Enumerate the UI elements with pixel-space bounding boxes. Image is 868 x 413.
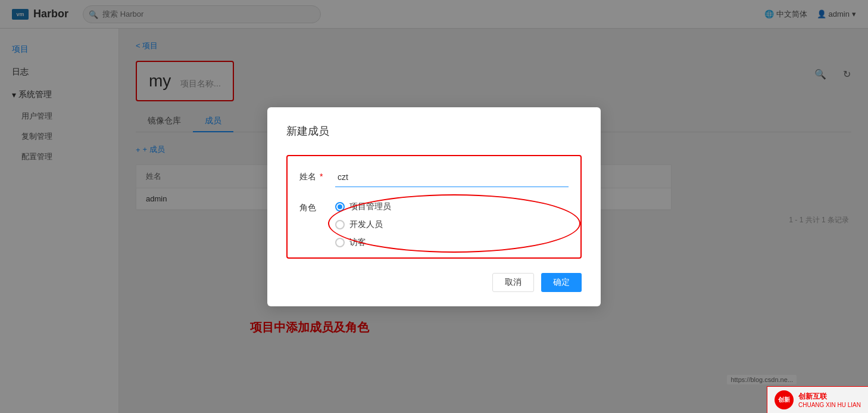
- modal-footer: 取消 确定: [286, 273, 582, 292]
- confirm-button[interactable]: 确定: [541, 273, 582, 292]
- role-field-row: 角色 项目管理员 开发人员: [299, 199, 569, 248]
- name-input-wrap: [335, 168, 569, 187]
- modal-form: 姓名 * 角色 项目管理员: [286, 155, 582, 259]
- watermark-logo: 创新: [775, 390, 794, 409]
- new-member-modal: 新建成员 姓名 * 角色: [267, 107, 601, 306]
- modal-title: 新建成员: [286, 124, 582, 138]
- role-option-developer[interactable]: 开发人员: [335, 219, 569, 230]
- modal-overlay: 新建成员 姓名 * 角色: [0, 0, 868, 413]
- role-options: 项目管理员 开发人员 访客: [335, 199, 569, 248]
- watermark: 创新 创新互联 CHUANG XIN HU LIAN: [767, 386, 868, 413]
- radio-admin: [335, 202, 345, 212]
- role-option-admin[interactable]: 项目管理员: [335, 201, 569, 212]
- required-mark: *: [320, 172, 323, 181]
- radio-guest: [335, 238, 345, 247]
- role-option-guest[interactable]: 访客: [335, 237, 569, 248]
- name-input[interactable]: [335, 168, 569, 187]
- name-field-row: 姓名 *: [299, 168, 569, 187]
- role-options-wrap: 项目管理员 开发人员 访客: [335, 199, 569, 248]
- watermark-text: 创新互联 CHUANG XIN HU LIAN: [798, 392, 861, 408]
- cancel-button[interactable]: 取消: [492, 273, 534, 292]
- name-label: 姓名 *: [299, 168, 335, 182]
- radio-developer: [335, 220, 345, 229]
- role-label: 角色: [299, 199, 335, 213]
